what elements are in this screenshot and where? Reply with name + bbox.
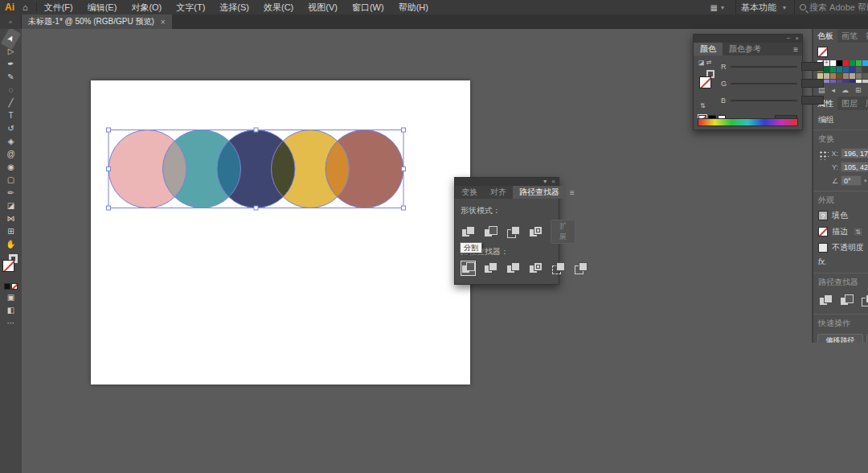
menu-T[interactable]: 文字(T) <box>169 2 212 14</box>
offset-path-button[interactable]: 偏移路径 <box>817 334 863 343</box>
slider-value-box[interactable] <box>801 62 824 71</box>
tab-路径查找器[interactable]: 路径查找器 <box>513 186 566 199</box>
menu-S[interactable]: 选择(S) <box>212 2 256 14</box>
workspace-switcher[interactable]: 基本功能 <box>735 0 781 14</box>
menu-H[interactable]: 帮助(H) <box>391 2 436 14</box>
swatch[interactable] <box>830 73 837 80</box>
intersect-icon[interactable] <box>506 224 521 240</box>
swatch[interactable] <box>850 60 856 67</box>
swatch[interactable] <box>837 60 843 67</box>
chevron-down-icon[interactable]: ▾ <box>864 178 867 184</box>
close-icon[interactable]: × <box>161 18 166 27</box>
width-tool-icon[interactable]: ⋈ <box>2 212 20 225</box>
fill-proxy-none[interactable] <box>699 76 711 88</box>
slider-value-box[interactable] <box>801 79 824 88</box>
swatch[interactable] <box>850 73 856 80</box>
swatch[interactable] <box>843 67 850 73</box>
swatch[interactable] <box>824 67 830 73</box>
swatch[interactable] <box>824 80 830 83</box>
swatch[interactable] <box>856 80 862 83</box>
minimize-icon[interactable]: − <box>787 35 791 43</box>
tab-颜色[interactable]: 颜色 <box>694 43 723 56</box>
fill-stroke-proxy[interactable] <box>0 254 22 282</box>
swatch[interactable] <box>850 67 856 73</box>
color-button[interactable] <box>4 283 10 290</box>
swatch[interactable] <box>856 67 862 73</box>
swap-fill-stroke-icon[interactable]: ⇅ <box>700 102 706 109</box>
draw-mode-button-icon[interactable]: ▣ <box>2 291 20 304</box>
effects-button[interactable]: fx. <box>813 256 868 269</box>
reference-point-icon[interactable] <box>818 150 829 160</box>
swatch-kinds-icon[interactable]: ◂ <box>832 86 836 94</box>
tab-颜色参考[interactable]: 颜色参考 <box>723 43 768 56</box>
angle-field[interactable]: 0° <box>841 175 862 186</box>
shape-builder-tool-icon[interactable]: ◉ <box>2 161 20 174</box>
pen-tool-icon[interactable]: ✒ <box>2 58 20 71</box>
fill-swatch-mixed[interactable]: ? <box>818 211 828 220</box>
panel-menu-icon[interactable]: ≡ <box>789 43 802 56</box>
minus-back-icon[interactable] <box>573 261 588 276</box>
swatch[interactable] <box>830 67 837 73</box>
type-tool-icon[interactable]: T <box>2 109 20 122</box>
help-search-input[interactable]: 搜索 Adobe 帮助 <box>794 0 868 14</box>
home-icon[interactable]: ⌂ <box>21 2 37 12</box>
lasso-tool-icon[interactable]: ◌ <box>2 84 20 97</box>
free-transform-tool-icon[interactable]: ⊞ <box>2 225 20 238</box>
none-swatch[interactable] <box>817 47 828 57</box>
swatch[interactable] <box>856 60 862 67</box>
expand-button[interactable]: 扩 展 <box>551 220 575 244</box>
swatch[interactable] <box>837 80 843 83</box>
curvature-tool-icon[interactable]: ✎ <box>2 71 20 84</box>
trim-icon[interactable] <box>483 261 498 276</box>
eraser-tool-icon[interactable]: ◈ <box>2 135 20 148</box>
tab-色板[interactable]: 色板 <box>813 29 837 43</box>
none-button[interactable] <box>11 283 18 290</box>
tab-库[interactable]: 库 <box>862 98 868 109</box>
panel-menu-icon[interactable]: ≡ <box>566 186 579 199</box>
paintbrush-tool-icon[interactable]: ╱ <box>2 97 20 109</box>
intersect-icon[interactable] <box>860 293 868 308</box>
menu-C[interactable]: 效果(C) <box>256 2 301 14</box>
swatch[interactable] <box>862 73 868 80</box>
hand-tool-icon[interactable]: ✋ <box>2 238 20 251</box>
unite-icon[interactable] <box>818 293 833 308</box>
document-tab[interactable]: 未标题-1* @ 50% (RGB/GPU 预览) × <box>22 14 172 29</box>
rotate-tool-icon[interactable]: ↺ <box>2 122 20 135</box>
slider-track[interactable] <box>731 100 797 101</box>
shear-tool-icon[interactable]: ◪ <box>2 199 20 212</box>
swatch[interactable] <box>837 67 843 73</box>
outline-icon[interactable] <box>551 261 566 276</box>
screen-mode-button-icon[interactable]: ◧ <box>2 304 20 317</box>
cc-libraries-icon[interactable]: ☁ <box>841 86 849 94</box>
menu-E[interactable]: 编辑(E) <box>80 2 125 14</box>
arrange-documents-icon[interactable]: ▦ <box>702 3 721 12</box>
menu-F[interactable]: 文件(F) <box>37 2 80 14</box>
swatch[interactable] <box>824 60 830 67</box>
menu-W[interactable]: 窗口(W) <box>345 2 391 14</box>
pencil-tool-icon[interactable]: ✏ <box>2 187 20 199</box>
unite-icon[interactable] <box>461 224 476 240</box>
merge-icon[interactable] <box>506 261 521 276</box>
swatch[interactable] <box>830 60 837 67</box>
slider-value-box[interactable] <box>801 96 824 105</box>
slider-track[interactable] <box>731 83 797 84</box>
tab-变换[interactable]: 变换 <box>455 186 484 199</box>
artboard[interactable] <box>91 80 470 385</box>
stroke-swatch-none[interactable] <box>818 227 828 236</box>
swatch[interactable] <box>843 60 850 67</box>
tab-符号[interactable]: 符号 <box>862 31 868 42</box>
swatch[interactable] <box>843 80 850 83</box>
menu-V[interactable]: 视图(V) <box>301 2 345 14</box>
close-icon[interactable]: × <box>795 35 799 43</box>
close-icon[interactable]: × <box>551 178 555 186</box>
new-swatch-icon[interactable]: ⊞ <box>855 86 862 94</box>
exclude-icon[interactable] <box>528 224 543 240</box>
rectangle-tool-icon[interactable]: ▢ <box>2 174 20 187</box>
stroke-weight-stepper[interactable]: ⇅ <box>853 227 863 236</box>
swatch[interactable] <box>856 73 862 80</box>
swatch[interactable] <box>843 73 850 80</box>
opacity-swatch[interactable] <box>818 243 828 253</box>
swatch[interactable] <box>830 80 837 83</box>
y-field[interactable]: 105, 426 <box>841 162 868 172</box>
crop-icon[interactable] <box>528 261 543 276</box>
